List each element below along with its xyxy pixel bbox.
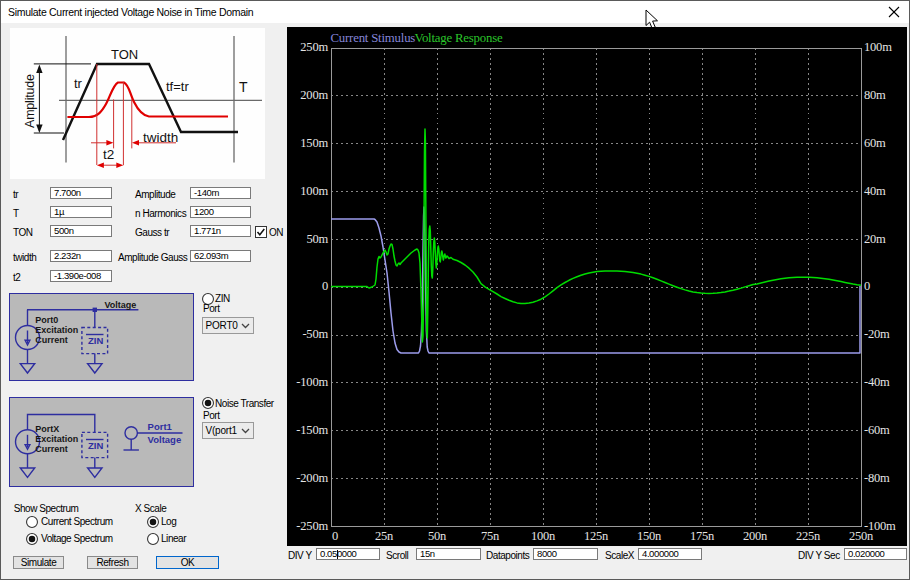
svg-text:-40m: -40m [864, 375, 890, 389]
svg-text:175n: 175n [690, 529, 715, 543]
svg-text:Port0: Port0 [35, 315, 58, 325]
svg-text:Voltage Response: Voltage Response [415, 31, 503, 45]
svg-text:20m: 20m [864, 232, 886, 246]
svg-text:Current Stimulus: Current Stimulus [331, 31, 416, 45]
svg-text:100n: 100n [531, 529, 556, 543]
svg-text:225n: 225n [796, 529, 821, 543]
svg-text:tr: tr [74, 76, 83, 91]
svg-text:Current: Current [35, 335, 68, 345]
svg-text:-150m: -150m [296, 423, 328, 437]
svg-text:40m: 40m [864, 184, 886, 198]
svg-text:0: 0 [864, 279, 870, 293]
svg-text:50m: 50m [306, 232, 328, 246]
svg-text:Current: Current [35, 444, 68, 454]
svg-text:250n: 250n [849, 529, 874, 543]
svg-text:0: 0 [322, 279, 328, 293]
svg-text:80m: 80m [864, 88, 886, 102]
svg-text:100m: 100m [300, 184, 328, 198]
svg-text:ZIN: ZIN [88, 440, 103, 451]
svg-text:0: 0 [332, 529, 338, 543]
svg-text:Voltage: Voltage [148, 434, 182, 445]
svg-text:25n: 25n [375, 529, 394, 543]
svg-text:PortX: PortX [35, 424, 59, 434]
svg-text:150n: 150n [637, 529, 662, 543]
svg-text:t2: t2 [103, 147, 114, 162]
svg-text:-100m: -100m [296, 375, 328, 389]
svg-text:50n: 50n [428, 529, 447, 543]
svg-text:twidth: twidth [143, 130, 178, 145]
svg-text:-50m: -50m [302, 327, 328, 341]
svg-text:Port1: Port1 [148, 421, 173, 432]
svg-text:TON: TON [111, 47, 138, 62]
svg-text:-80m: -80m [864, 471, 890, 485]
svg-text:-250m: -250m [296, 519, 328, 533]
svg-text:T: T [239, 79, 248, 95]
svg-text:Excitation: Excitation [35, 325, 78, 335]
svg-text:ZIN: ZIN [88, 335, 103, 346]
svg-text:Excitation: Excitation [35, 434, 78, 444]
svg-text:60m: 60m [864, 136, 886, 150]
svg-text:-200m: -200m [296, 471, 328, 485]
svg-text:100m: 100m [864, 40, 892, 54]
svg-text:150m: 150m [300, 136, 328, 150]
svg-text:200n: 200n [743, 529, 768, 543]
svg-text:Amplitude: Amplitude [23, 74, 37, 128]
svg-text:250m: 250m [300, 40, 328, 54]
svg-text:tf=tr: tf=tr [166, 79, 189, 94]
svg-text:125n: 125n [584, 529, 609, 543]
svg-text:-60m: -60m [864, 423, 890, 437]
svg-text:200m: 200m [300, 88, 328, 102]
svg-text:75n: 75n [481, 529, 500, 543]
svg-text:Voltage: Voltage [105, 300, 137, 310]
svg-text:-20m: -20m [864, 327, 890, 341]
